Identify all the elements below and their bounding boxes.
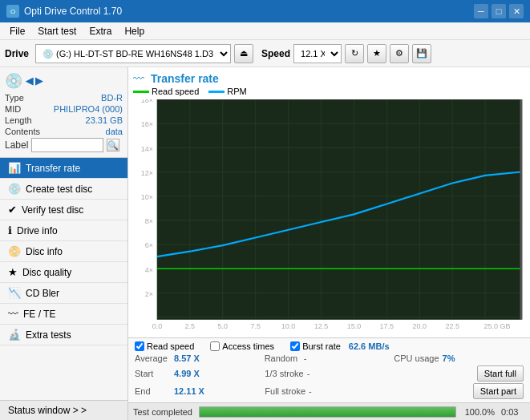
- end-label: End: [135, 386, 171, 396]
- start-part-button[interactable]: Start part: [473, 383, 524, 399]
- read-speed-legend-label: Read speed: [152, 87, 199, 96]
- read-speed-checkbox[interactable]: Read speed: [135, 341, 194, 351]
- star-button[interactable]: ★: [367, 44, 386, 63]
- save-button[interactable]: 💾: [412, 44, 431, 63]
- start-full-button[interactable]: Start full: [477, 365, 524, 382]
- svg-text:7.5: 7.5: [250, 321, 260, 329]
- chart-svg-wrapper: 18× 16× 14× 12× 10× 8× 6× 4× 2× 0.0 2.5 …: [133, 99, 525, 333]
- stats-grid: Average 8.57 X Random - CPU usage 7%: [135, 353, 524, 363]
- svg-text:12.5: 12.5: [314, 321, 328, 329]
- progress-bar: [199, 406, 456, 418]
- svg-text:5.0: 5.0: [218, 321, 228, 329]
- minimize-button[interactable]: ─: [474, 4, 488, 18]
- mid-value: PHILIPRO4 (000): [54, 104, 123, 114]
- svg-text:10.0: 10.0: [281, 321, 295, 329]
- nav-create-test-disc[interactable]: 💿 Create test disc: [0, 179, 127, 200]
- close-button[interactable]: ✕: [509, 4, 524, 18]
- settings-button[interactable]: ⚙: [390, 44, 409, 63]
- chart-legend: Read speed RPM: [133, 87, 525, 96]
- menu-file[interactable]: File: [3, 24, 31, 38]
- title-bar: O Opti Drive Control 1.70 ─ □ ✕: [0, 0, 530, 22]
- stroke2-value: -: [309, 386, 312, 396]
- status-window-label: Status window > >: [8, 405, 87, 416]
- rpm-legend-color: [208, 91, 225, 93]
- progress-bar-fill: [200, 407, 455, 417]
- chart-title: Transfer rate: [151, 72, 219, 85]
- mid-label: MID: [5, 104, 21, 114]
- action-row-2: End 12.11 X Full stroke - Start part: [135, 383, 524, 399]
- svg-text:14×: 14×: [141, 144, 153, 152]
- stroke2-label: Full stroke: [265, 386, 305, 396]
- nav-extra-tests[interactable]: 🔬 Extra tests: [0, 325, 127, 345]
- disc-info-panel: 💿 ◀ ▶ Type BD-R MID PHILIPRO4 (000) Leng…: [0, 67, 127, 158]
- contents-label: Contents: [5, 127, 40, 136]
- nav-cd-bler[interactable]: 📉 CD Bler: [0, 283, 127, 304]
- disc-label-label: Label: [5, 139, 28, 151]
- nav-drive-info[interactable]: ℹ Drive info: [0, 220, 127, 241]
- stats-area: Read speed Access times Burst rate 62.6 …: [128, 337, 530, 402]
- maximize-button[interactable]: □: [492, 4, 506, 18]
- drive-select[interactable]: 💿 (G:) HL-DT-ST BD-RE WH16NS48 1.D3: [35, 44, 231, 63]
- chart-svg: 18× 16× 14× 12× 10× 8× 6× 4× 2× 0.0 2.5 …: [133, 99, 525, 333]
- svg-text:15.0: 15.0: [347, 321, 361, 329]
- speed-label: Speed: [261, 48, 290, 59]
- disc-label-input[interactable]: [31, 138, 103, 152]
- menu-help[interactable]: Help: [118, 24, 151, 38]
- svg-text:2.5: 2.5: [185, 321, 195, 329]
- chart-icon: 〰: [133, 72, 144, 85]
- svg-text:25.0 GB: 25.0 GB: [484, 321, 511, 329]
- progress-percent: 100.0%: [463, 407, 495, 417]
- random-value: -: [304, 353, 307, 363]
- eject-button[interactable]: ⏏: [234, 44, 253, 63]
- svg-rect-0: [157, 99, 521, 320]
- status-text: Test completed: [133, 407, 192, 417]
- svg-text:2×: 2×: [145, 289, 153, 297]
- contents-value: data: [106, 127, 123, 136]
- start-label: Start: [135, 369, 171, 378]
- app-title: Opti Drive Control 1.70: [24, 6, 122, 17]
- speed-select[interactable]: 12.1 X: [293, 44, 342, 63]
- length-label: Length: [5, 115, 32, 125]
- status-window-button[interactable]: Status window > >: [0, 400, 127, 420]
- svg-text:12×: 12×: [141, 169, 153, 177]
- nav-disc-quality[interactable]: ★ Disc quality: [0, 262, 127, 283]
- access-times-checkbox[interactable]: Access times: [210, 341, 274, 351]
- disc-icon: 💿: [5, 72, 22, 90]
- toolbar: Drive 💿 (G:) HL-DT-ST BD-RE WH16NS48 1.D…: [0, 40, 530, 67]
- refresh-button[interactable]: ↻: [345, 44, 364, 63]
- svg-text:6×: 6×: [145, 241, 153, 249]
- start-value: 4.99 X: [174, 369, 200, 378]
- menu-extra[interactable]: Extra: [83, 24, 118, 38]
- main-area: 💿 ◀ ▶ Type BD-R MID PHILIPRO4 (000) Leng…: [0, 67, 530, 420]
- svg-text:4×: 4×: [145, 265, 153, 273]
- menu-start-test[interactable]: Start test: [31, 24, 83, 38]
- chart-container: 〰 Transfer rate Read speed RPM: [128, 67, 530, 337]
- svg-text:22.5: 22.5: [445, 321, 459, 329]
- content-area: 〰 Transfer rate Read speed RPM: [128, 67, 530, 420]
- rpm-legend-label: RPM: [227, 87, 246, 96]
- burst-rate-checkbox[interactable]: Burst rate: [290, 341, 341, 351]
- menu-bar: File Start test Extra Help: [0, 22, 530, 40]
- cpu-value: 7%: [443, 353, 475, 363]
- stroke1-value: -: [307, 369, 310, 378]
- end-value: 12.11 X: [174, 386, 204, 396]
- length-value: 23.31 GB: [86, 115, 123, 125]
- svg-text:17.5: 17.5: [380, 321, 394, 329]
- average-label: Average: [135, 353, 171, 363]
- svg-text:16×: 16×: [141, 120, 153, 128]
- random-label: Random: [265, 353, 301, 363]
- cpu-label: CPU usage: [394, 353, 439, 363]
- disc-nav-arrows[interactable]: ◀ ▶: [26, 75, 42, 87]
- svg-text:18×: 18×: [141, 99, 153, 104]
- burst-rate-value: 62.6 MB/s: [349, 341, 390, 351]
- label-search-icon[interactable]: 🔍: [107, 139, 119, 151]
- stroke1-label: 1/3 stroke: [265, 369, 303, 378]
- nav-disc-info[interactable]: 📀 Disc info: [0, 241, 127, 262]
- nav-verify-test-disc[interactable]: ✔ Verify test disc: [0, 200, 127, 220]
- nav-transfer-rate[interactable]: 📊 Transfer rate: [0, 158, 127, 179]
- app-icon: O: [6, 5, 19, 18]
- svg-text:10×: 10×: [141, 193, 153, 201]
- svg-text:8×: 8×: [145, 217, 153, 225]
- progress-area: Test completed 100.0% 0:03: [128, 402, 530, 420]
- nav-fe-te[interactable]: 〰 FE / TE: [0, 304, 127, 325]
